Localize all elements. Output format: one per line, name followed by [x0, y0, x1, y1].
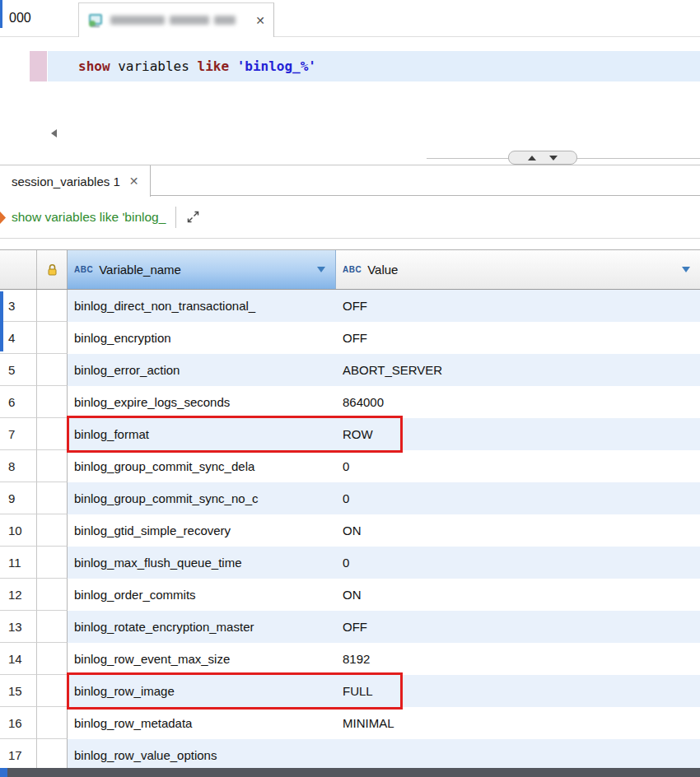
- row-number[interactable]: 7: [0, 418, 37, 450]
- cell-variable-name[interactable]: binlog_encryption: [68, 322, 336, 354]
- row-lock-spacer: [37, 450, 68, 482]
- cell-value[interactable]: 8192: [336, 643, 700, 675]
- cell-variable-name[interactable]: binlog_row_image: [68, 675, 336, 707]
- cell-variable-name[interactable]: binlog_format: [68, 418, 336, 450]
- cell-variable-name[interactable]: binlog_error_action: [68, 354, 336, 386]
- gutter-change-indicator: [30, 51, 47, 81]
- expand-panel-button[interactable]: [184, 208, 202, 226]
- editor-tab[interactable]: ✕: [78, 2, 274, 37]
- cell-value[interactable]: 0: [336, 450, 700, 482]
- table-row[interactable]: 10 binlog_gtid_simple_recovery ON: [0, 514, 700, 547]
- cell-value[interactable]: ABORT_SERVER: [336, 354, 700, 386]
- sash-collapse-buttons[interactable]: [508, 151, 577, 165]
- table-row[interactable]: 4 binlog_encryption OFF: [0, 322, 700, 354]
- row-lock-spacer: [37, 547, 68, 579]
- table-row[interactable]: 5 binlog_error_action ABORT_SERVER: [0, 354, 700, 386]
- row-lock-spacer: [37, 675, 68, 707]
- row-number[interactable]: 5: [0, 354, 37, 386]
- separator: [175, 207, 176, 228]
- scroll-corner: [0, 768, 7, 777]
- cell-value[interactable]: OFF: [336, 611, 700, 643]
- column-label: Value: [367, 263, 398, 277]
- column-header-variable-name[interactable]: ABC Variable_name: [68, 250, 336, 289]
- table-row[interactable]: 9 binlog_group_commit_sync_no_c 0: [0, 482, 700, 514]
- row-number[interactable]: 17: [0, 739, 37, 771]
- cell-variable-name[interactable]: binlog_max_flush_queue_time: [68, 547, 336, 579]
- row-lock-spacer: [37, 322, 68, 354]
- table-row[interactable]: 13 binlog_rotate_encryption_master OFF: [0, 611, 700, 643]
- sql-keyword: show: [78, 58, 110, 74]
- cell-variable-name[interactable]: binlog_row_value_options: [68, 739, 336, 771]
- table-row[interactable]: 8 binlog_group_commit_sync_dela 0: [0, 450, 700, 482]
- close-icon[interactable]: ✕: [255, 14, 265, 27]
- cell-value[interactable]: MINIMAL: [336, 707, 700, 739]
- table-row[interactable]: 15 binlog_row_image FULL: [0, 675, 700, 707]
- results-filter-bar: show variables like 'binlog_: [0, 196, 700, 239]
- cell-variable-name[interactable]: binlog_group_commit_sync_no_c: [68, 482, 336, 514]
- app-window: 000 ✕ show variables like 'binlog_%': [0, 0, 700, 777]
- cell-value[interactable]: ROW: [336, 418, 700, 450]
- row-lock-spacer: [37, 290, 68, 322]
- cell-variable-name[interactable]: binlog_row_metadata: [68, 707, 336, 739]
- cell-variable-name[interactable]: binlog_row_event_max_size: [68, 643, 336, 675]
- tab-session-variables[interactable]: session_variables 1 ✕: [0, 165, 151, 197]
- cell-variable-name[interactable]: binlog_rotate_encryption_master: [68, 611, 336, 643]
- row-number[interactable]: 4: [0, 322, 37, 354]
- cell-value[interactable]: ON: [336, 579, 700, 611]
- cell-variable-name[interactable]: binlog_gtid_simple_recovery: [68, 514, 336, 547]
- table-row[interactable]: 17 binlog_row_value_options: [0, 739, 700, 771]
- column-header-value[interactable]: ABC Value: [336, 250, 700, 289]
- splitter-sash[interactable]: [0, 152, 700, 165]
- column-label: Variable_name: [99, 263, 181, 277]
- corner-rownum-header[interactable]: [0, 250, 37, 289]
- results-tabbar: session_variables 1 ✕: [0, 165, 700, 196]
- cell-variable-name[interactable]: binlog_expire_logs_seconds: [68, 386, 336, 418]
- horizontal-scrollbar[interactable]: [7, 768, 700, 777]
- row-number[interactable]: 15: [0, 675, 37, 707]
- row-number[interactable]: 12: [0, 579, 37, 611]
- cell-value[interactable]: 0: [336, 547, 700, 579]
- table-row[interactable]: 12 binlog_order_commits ON: [0, 579, 700, 611]
- column-filter-dropdown-icon[interactable]: [682, 267, 690, 272]
- row-number[interactable]: 13: [0, 611, 37, 643]
- row-number[interactable]: 14: [0, 643, 37, 675]
- row-number[interactable]: 3: [0, 290, 37, 322]
- cell-variable-name[interactable]: binlog_order_commits: [68, 579, 336, 611]
- row-lock-spacer: [37, 643, 68, 675]
- scroll-left-arrow-icon[interactable]: [51, 129, 57, 137]
- cell-value[interactable]: FULL: [336, 675, 700, 707]
- filter-query-text[interactable]: show variables like 'binlog_: [12, 210, 166, 225]
- row-number[interactable]: 8: [0, 450, 37, 482]
- sql-code-line[interactable]: show variables like 'binlog_%': [78, 51, 316, 81]
- cell-value[interactable]: 0: [336, 482, 700, 514]
- row-number[interactable]: 16: [0, 707, 37, 739]
- table-row[interactable]: 3 binlog_direct_non_transactional_ OFF: [0, 290, 700, 322]
- sql-text: variables: [110, 58, 198, 74]
- table-row[interactable]: 14 binlog_row_event_max_size 8192: [0, 643, 700, 675]
- table-row[interactable]: 11 binlog_max_flush_queue_time 0: [0, 547, 700, 579]
- cell-value[interactable]: [336, 739, 700, 771]
- edge-accent: [0, 0, 2, 28]
- row-number[interactable]: 10: [0, 514, 37, 547]
- column-filter-dropdown-icon[interactable]: [317, 267, 325, 272]
- expand-icon: [186, 210, 200, 224]
- row-number[interactable]: 6: [0, 386, 37, 418]
- table-row[interactable]: 16 binlog_row_metadata MINIMAL: [0, 707, 700, 739]
- sql-editor[interactable]: show variables like 'binlog_%': [0, 37, 700, 152]
- type-badge: ABC: [74, 265, 93, 274]
- top-left-label: 000: [9, 11, 31, 26]
- table-row[interactable]: 7 binlog_format ROW: [0, 418, 700, 450]
- cell-variable-name[interactable]: binlog_direct_non_transactional_: [68, 290, 336, 322]
- close-icon[interactable]: ✕: [129, 174, 139, 188]
- cell-value[interactable]: ON: [336, 514, 700, 547]
- cell-value[interactable]: OFF: [336, 322, 700, 354]
- cell-value[interactable]: 864000: [336, 386, 700, 418]
- collapse-up-icon[interactable]: [528, 156, 536, 161]
- cell-variable-name[interactable]: binlog_group_commit_sync_dela: [68, 450, 336, 482]
- row-number[interactable]: 11: [0, 547, 37, 579]
- table-row[interactable]: 6 binlog_expire_logs_seconds 864000: [0, 386, 700, 418]
- collapse-down-icon[interactable]: [549, 156, 558, 161]
- row-number[interactable]: 9: [0, 482, 37, 514]
- cell-value[interactable]: OFF: [336, 290, 700, 322]
- sql-script-icon: [87, 12, 104, 29]
